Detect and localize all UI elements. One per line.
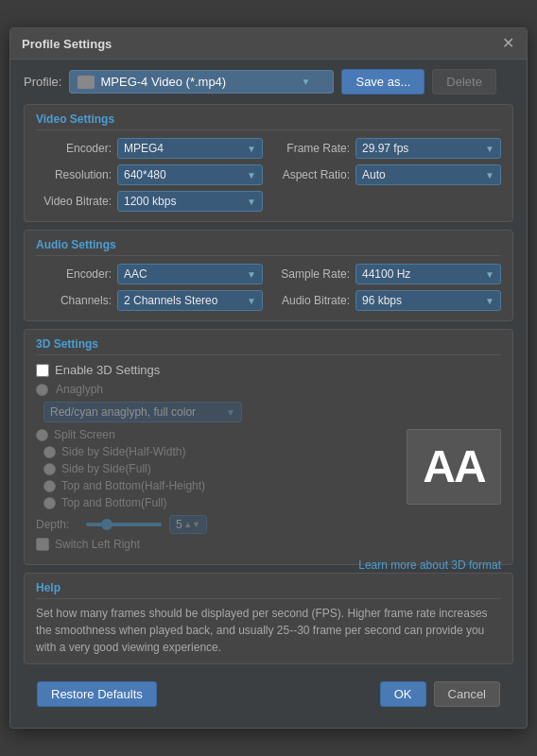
encoder-dropdown-arrow: ▼ [247, 144, 256, 154]
audio-settings-title: Audio Settings [36, 238, 501, 256]
frame-rate-dropdown[interactable]: 29.97 fps ▼ [355, 138, 501, 159]
split-screen-options: Side by Side(Half-Width) Side by Side(Fu… [36, 445, 397, 509]
bottom-right-buttons: OK Cancel [380, 681, 500, 707]
side-by-side-full-radio[interactable] [43, 463, 56, 475]
video-settings-section: Video Settings Encoder: MPEG4 ▼ Frame Ra… [24, 104, 513, 222]
restore-defaults-button[interactable]: Restore Defaults [37, 681, 157, 707]
anaglyph-dropdown[interactable]: Red/cyan anaglyph, full color ▼ [43, 402, 242, 422]
frame-rate-field: Frame Rate: 29.97 fps ▼ [274, 138, 501, 159]
top-bottom-full-radio[interactable] [43, 497, 56, 509]
channels-label: Channels: [36, 294, 112, 307]
top-bottom-full-row: Top and Bottom(Full) [43, 496, 397, 509]
channels-value: 2 Channels Stereo [124, 294, 217, 307]
side-by-side-full-row: Side by Side(Full) [43, 462, 397, 475]
profile-label: Profile: [24, 75, 61, 89]
side-by-side-half-label: Side by Side(Half-Width) [61, 445, 185, 458]
frame-rate-label: Frame Rate: [274, 142, 350, 155]
anaglyph-dropdown-arrow: ▼ [226, 407, 235, 418]
top-bottom-full-label: Top and Bottom(Full) [61, 496, 166, 509]
depth-slider-thumb [101, 519, 113, 530]
help-text: Set how many frames should be displayed … [36, 605, 501, 656]
video-bitrate-dropdown[interactable]: 1200 kbps ▼ [117, 191, 263, 212]
video-settings-grid: Encoder: MPEG4 ▼ Frame Rate: 29.97 fps ▼ [36, 138, 501, 212]
split-screen-radio[interactable] [36, 429, 48, 441]
aspect-ratio-dropdown[interactable]: Auto ▼ [355, 164, 501, 185]
help-section: Help Set how many frames should be displ… [24, 573, 513, 664]
sample-rate-dropdown[interactable]: 44100 Hz ▼ [355, 264, 501, 284]
split-screen-row: Split Screen [36, 428, 397, 441]
enable-3d-checkbox[interactable] [36, 364, 49, 377]
channels-dropdown-arrow: ▼ [247, 296, 256, 306]
resolution-value: 640*480 [124, 168, 166, 181]
anaglyph-row: Anaglyph [36, 383, 397, 396]
frame-rate-dropdown-arrow: ▼ [485, 144, 494, 154]
dialog-content: Profile: MPEG-4 Video (*.mp4) ▼ Save as.… [10, 60, 527, 728]
side-by-side-half-row: Side by Side(Half-Width) [43, 445, 397, 458]
top-bottom-half-row: Top and Bottom(Half-Height) [43, 479, 397, 492]
audio-bitrate-dropdown-arrow: ▼ [485, 296, 494, 306]
ok-button[interactable]: OK [380, 681, 426, 707]
anaglyph-value: Red/cyan anaglyph, full color [50, 405, 196, 419]
three-d-content: Anaglyph Red/cyan anaglyph, full color ▼… [36, 383, 501, 551]
sample-rate-value: 44100 Hz [362, 267, 410, 281]
depth-spinner-arrow: ▲▼ [183, 520, 200, 529]
profile-value: MPEG-4 Video (*.mp4) [100, 75, 297, 89]
frame-rate-value: 29.97 fps [362, 142, 408, 155]
audio-encoder-value: AAC [124, 267, 147, 281]
dialog-title: Profile Settings [22, 37, 112, 51]
anaglyph-radio[interactable] [36, 384, 48, 396]
three-d-preview-area: AA [407, 383, 501, 551]
help-title: Help [36, 581, 501, 599]
resolution-field: Resolution: 640*480 ▼ [36, 164, 263, 185]
profile-dropdown-arrow: ▼ [302, 77, 311, 87]
video-bitrate-label: Video Bitrate: [36, 195, 112, 208]
resolution-label: Resolution: [36, 168, 112, 181]
title-bar: Profile Settings ✕ [10, 28, 527, 60]
profile-dropdown[interactable]: MPEG-4 Video (*.mp4) ▼ [69, 70, 334, 94]
encoder-dropdown[interactable]: MPEG4 ▼ [117, 138, 263, 159]
channels-field: Channels: 2 Channels Stereo ▼ [36, 290, 263, 311]
depth-value: 5 [176, 518, 182, 531]
depth-label: Depth: [36, 518, 78, 531]
aa-preview-text: AA [423, 444, 484, 490]
learn-more-link[interactable]: Learn more about 3D format [358, 558, 501, 572]
split-screen-label: Split Screen [54, 428, 115, 441]
delete-button[interactable]: Delete [432, 69, 496, 94]
three-d-settings-section: 3D Settings Enable 3D Settings Anaglyph … [24, 329, 513, 565]
switch-lr-checkbox[interactable] [36, 538, 49, 551]
audio-bitrate-label: Audio Bitrate: [274, 294, 350, 307]
encoder-label: Encoder: [36, 142, 112, 155]
video-settings-title: Video Settings [36, 112, 501, 130]
save-as-button[interactable]: Save as... [341, 69, 424, 94]
resolution-dropdown-arrow: ▼ [247, 170, 256, 180]
video-bitrate-dropdown-arrow: ▼ [247, 197, 256, 207]
close-button[interactable]: ✕ [500, 36, 515, 51]
switch-lr-label: Switch Left Right [55, 538, 140, 551]
audio-bitrate-value: 96 kbps [362, 294, 402, 307]
audio-settings-section: Audio Settings Encoder: AAC ▼ Sample Rat… [24, 230, 513, 321]
sample-rate-dropdown-arrow: ▼ [485, 269, 494, 280]
aspect-ratio-dropdown-arrow: ▼ [485, 170, 494, 180]
sample-rate-label: Sample Rate: [274, 267, 350, 281]
aspect-ratio-label: Aspect Ratio: [274, 168, 350, 181]
bottom-bar: Restore Defaults OK Cancel [24, 674, 513, 718]
audio-encoder-label: Encoder: [36, 267, 112, 281]
top-bottom-half-radio[interactable] [43, 480, 56, 492]
three-d-left: Anaglyph Red/cyan anaglyph, full color ▼… [36, 383, 397, 551]
profile-row: Profile: MPEG-4 Video (*.mp4) ▼ Save as.… [24, 69, 513, 94]
depth-value-box[interactable]: 5 ▲▼ [169, 515, 207, 534]
cancel-button[interactable]: Cancel [434, 681, 500, 707]
top-bottom-half-label: Top and Bottom(Half-Height) [61, 479, 205, 492]
channels-dropdown[interactable]: 2 Channels Stereo ▼ [117, 290, 263, 311]
video-bitrate-field: Video Bitrate: 1200 kbps ▼ [36, 191, 263, 212]
enable-3d-row: Enable 3D Settings [36, 363, 501, 377]
resolution-dropdown[interactable]: 640*480 ▼ [117, 164, 263, 185]
profile-settings-dialog: Profile Settings ✕ Profile: MPEG-4 Video… [9, 27, 528, 729]
encoder-field: Encoder: MPEG4 ▼ [36, 138, 263, 159]
audio-encoder-dropdown[interactable]: AAC ▼ [117, 264, 263, 284]
audio-bitrate-dropdown[interactable]: 96 kbps ▼ [355, 290, 501, 311]
depth-slider[interactable] [86, 523, 162, 526]
profile-icon [78, 76, 95, 89]
side-by-side-half-radio[interactable] [43, 446, 56, 458]
side-by-side-full-label: Side by Side(Full) [61, 462, 151, 475]
